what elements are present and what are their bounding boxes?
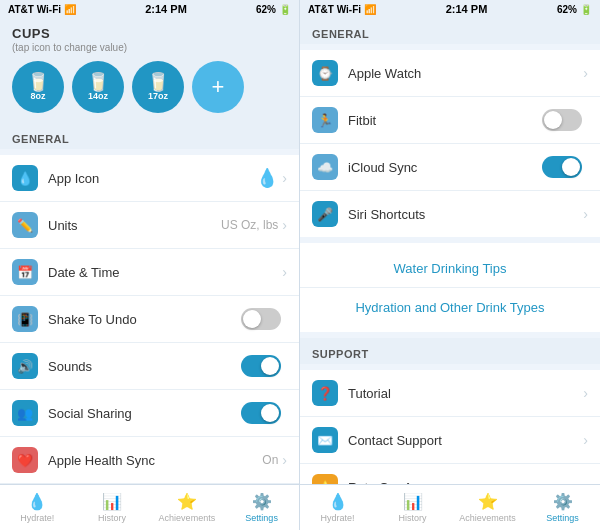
cup-8oz-icon: 🥛	[27, 73, 49, 91]
settings-row-contact-support[interactable]: ✉️ Contact Support ›	[300, 417, 600, 464]
shake-icon: 📳	[12, 306, 38, 332]
status-right-right: 62% 🔋	[557, 4, 592, 15]
cup-8oz[interactable]: 🥛 8oz	[12, 61, 64, 113]
appicon-chevron: ›	[282, 170, 287, 186]
applewatch-right-chevron: ›	[583, 65, 588, 81]
cups-row: 🥛 8oz 🥛 14oz 🥛 17oz +	[12, 61, 287, 113]
battery-icon: 🔋	[279, 4, 291, 15]
tab-settings-left[interactable]: ⚙️ Settings	[224, 492, 299, 523]
tab-achievements-left[interactable]: ⭐ Achievements	[150, 492, 225, 523]
sounds-label: Sounds	[48, 359, 241, 374]
fitbit-icon: 🏃	[312, 107, 338, 133]
units-icon: ✏️	[12, 212, 38, 238]
tab-hydrate-right-icon: 💧	[328, 492, 348, 511]
tab-hydrate-left[interactable]: 💧 Hydrate!	[0, 492, 75, 523]
units-chevron: ›	[282, 217, 287, 233]
battery-right-text: 62%	[557, 4, 577, 15]
appicon-preview: 💧	[256, 167, 278, 189]
right-scroll: GENERAL ⌚ Apple Watch › 🏃 Fitbit ☁️ iClo…	[300, 18, 600, 484]
tab-achievements-right-icon: ⭐	[478, 492, 498, 511]
icloud-icon: ☁️	[312, 154, 338, 180]
social-toggle-knob	[261, 404, 279, 422]
health-value: On	[262, 453, 278, 467]
wifi-icon: 📶	[64, 4, 76, 15]
settings-row-datetime[interactable]: 📅 Date & Time ›	[0, 249, 299, 296]
social-toggle[interactable]	[241, 402, 281, 424]
cup-add-button[interactable]: +	[192, 61, 244, 113]
units-label: Units	[48, 218, 221, 233]
health-chevron: ›	[282, 452, 287, 468]
datetime-label: Date & Time	[48, 265, 282, 280]
tab-settings-right[interactable]: ⚙️ Settings	[525, 492, 600, 523]
left-scroll: CUPS (tap icon to change value) 🥛 8oz 🥛 …	[0, 18, 299, 484]
rate-app-icon: ⭐	[312, 474, 338, 484]
icloud-toggle-knob	[562, 158, 580, 176]
contact-support-label: Contact Support	[348, 433, 583, 448]
settings-row-units[interactable]: ✏️ Units US Oz, lbs ›	[0, 202, 299, 249]
link-row-hydration-types[interactable]: Hydration and Other Drink Types	[300, 288, 600, 326]
settings-row-social[interactable]: 👥 Social Sharing	[0, 390, 299, 437]
tutorial-chevron: ›	[583, 385, 588, 401]
settings-row-appicon[interactable]: 💧 App Icon 💧 ›	[0, 155, 299, 202]
tab-achievements-right[interactable]: ⭐ Achievements	[450, 492, 525, 523]
appicon-icon: 💧	[12, 165, 38, 191]
applewatch-right-icon: ⌚	[312, 60, 338, 86]
water-tips-link[interactable]: Water Drinking Tips	[394, 261, 507, 276]
tab-hydrate-left-label: Hydrate!	[20, 513, 54, 523]
status-time-right: 2:14 PM	[446, 3, 488, 15]
settings-row-applewatch-right[interactable]: ⌚ Apple Watch ›	[300, 50, 600, 97]
tab-achievements-right-label: Achievements	[459, 513, 516, 523]
settings-row-health[interactable]: ❤️ Apple Health Sync On ›	[0, 437, 299, 484]
link-row-water-tips[interactable]: Water Drinking Tips	[300, 249, 600, 288]
tab-hydrate-right-label: Hydrate!	[320, 513, 354, 523]
tab-achievements-left-icon: ⭐	[177, 492, 197, 511]
cups-subtitle: (tap icon to change value)	[12, 42, 287, 53]
icloud-label: iCloud Sync	[348, 160, 542, 175]
tab-hydrate-right[interactable]: 💧 Hydrate!	[300, 492, 375, 523]
icloud-toggle[interactable]	[542, 156, 582, 178]
settings-list-right-support: ❓ Tutorial › ✉️ Contact Support › ⭐ Rate…	[300, 370, 600, 484]
cup-14oz[interactable]: 🥛 14oz	[72, 61, 124, 113]
tab-settings-left-icon: ⚙️	[252, 492, 272, 511]
cup-17oz-label: 17oz	[148, 91, 168, 101]
contact-support-chevron: ›	[583, 432, 588, 448]
settings-row-shake[interactable]: 📳 Shake To Undo	[0, 296, 299, 343]
status-bar-right: AT&T Wi-Fi 📶 2:14 PM 62% 🔋	[300, 0, 600, 18]
social-label: Social Sharing	[48, 406, 241, 421]
sounds-toggle[interactable]	[241, 355, 281, 377]
general-section-header-left: GENERAL	[0, 123, 299, 149]
fitbit-toggle[interactable]	[542, 109, 582, 131]
settings-list-right-general: ⌚ Apple Watch › 🏃 Fitbit ☁️ iCloud Sync	[300, 50, 600, 237]
settings-row-fitbit[interactable]: 🏃 Fitbit	[300, 97, 600, 144]
shake-label: Shake To Undo	[48, 312, 241, 327]
wifi-right-icon: 📶	[364, 4, 376, 15]
siri-label: Siri Shortcuts	[348, 207, 583, 222]
tab-history-right[interactable]: 📊 History	[375, 492, 450, 523]
carrier-text: AT&T Wi-Fi	[8, 4, 61, 15]
settings-row-tutorial[interactable]: ❓ Tutorial ›	[300, 370, 600, 417]
settings-list-left: 💧 App Icon 💧 › ✏️ Units US Oz, lbs › 📅 D…	[0, 155, 299, 484]
fitbit-toggle-knob	[544, 111, 562, 129]
cup-add-icon: +	[212, 74, 225, 100]
status-time-left: 2:14 PM	[145, 3, 187, 15]
settings-row-sounds[interactable]: 🔊 Sounds	[0, 343, 299, 390]
left-panel: AT&T Wi-Fi 📶 2:14 PM 62% 🔋 CUPS (tap ico…	[0, 0, 300, 530]
status-right-left: AT&T Wi-Fi 📶	[308, 4, 376, 15]
cup-8oz-label: 8oz	[30, 91, 45, 101]
battery-right-icon: 🔋	[580, 4, 592, 15]
contact-support-icon: ✉️	[312, 427, 338, 453]
sounds-toggle-knob	[261, 357, 279, 375]
hydration-types-link[interactable]: Hydration and Other Drink Types	[355, 300, 544, 315]
tab-history-right-icon: 📊	[403, 492, 423, 511]
shake-toggle[interactable]	[241, 308, 281, 330]
tab-settings-right-icon: ⚙️	[553, 492, 573, 511]
settings-row-siri[interactable]: 🎤 Siri Shortcuts ›	[300, 191, 600, 237]
cup-17oz[interactable]: 🥛 17oz	[132, 61, 184, 113]
settings-row-rate-app[interactable]: ⭐ Rate Our App ›	[300, 464, 600, 484]
tab-history-left[interactable]: 📊 History	[75, 492, 150, 523]
battery-text: 62%	[256, 4, 276, 15]
settings-row-icloud[interactable]: ☁️ iCloud Sync	[300, 144, 600, 191]
shake-toggle-knob	[243, 310, 261, 328]
general-section-header-right: GENERAL	[300, 18, 600, 44]
status-right: 62% 🔋	[256, 4, 291, 15]
